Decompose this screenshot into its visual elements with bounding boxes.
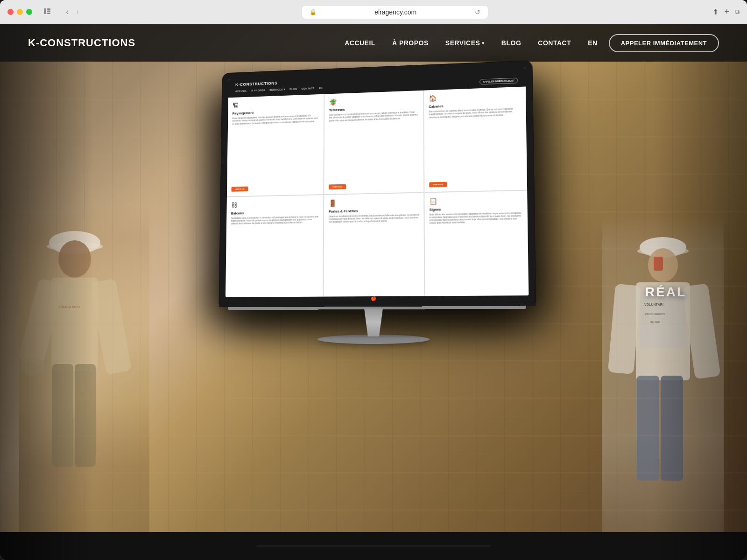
inner-nav-apropos[interactable]: À PROPOS [251,89,265,92]
svg-rect-1 [47,8,50,10]
hero-accent-text: RÉAL [645,285,686,300]
browser-titlebar: ‹ › 🔒 elragency.com ↺ ⬆ + ⧉ [0,0,747,24]
cta-call-button[interactable]: APPELER IMMÉDIATEMENT [609,34,719,52]
balcons-title: Balcons [231,210,319,215]
svg-rect-10 [52,364,73,467]
service-card-paysagement: 🏗 Paysagement Notre équipe de paysagiste… [227,94,324,196]
site-navigation: K-CONSTRUCTIONS ACCUEIL À PROPOS SERVICE… [0,24,747,62]
bottom-divider [257,546,490,546]
nav-services[interactable]: SERVICES [445,39,485,47]
nav-apropos[interactable]: À PROPOS [392,39,429,47]
sidebar-toggle[interactable] [40,6,55,19]
svg-text:VOLUNTÁRIO: VOLUNTÁRIO [58,305,80,308]
imac-screen-housing: K-CONSTRUCTIONS ACCUEIL À PROPOS SERVICE… [219,61,536,303]
nav-blog[interactable]: BLOG [501,39,521,47]
maximize-button[interactable] [26,9,32,15]
bottom-strip [0,532,747,560]
svg-point-6 [58,240,91,278]
hero-text-overlay: RÉAL [645,285,686,300]
svg-point-12 [21,357,44,376]
share-button[interactable]: ⬆ [712,7,719,16]
url-text: elragency.com [320,8,471,16]
paysagement-icon: 🏗 [233,99,319,109]
imac-neck [355,308,392,336]
lock-icon: 🔒 [310,9,317,15]
imac-screen: K-CONSTRUCTIONS ACCUEIL À PROPOS SERVICE… [226,67,529,297]
inner-website: K-CONSTRUCTIONS ACCUEIL À PROPOS SERVICE… [226,67,529,297]
svg-rect-23 [641,292,685,348]
balcons-desc: Spécialistes dans la conception, la réno… [231,216,319,226]
address-bar-container: 🔒 elragency.com ↺ [86,5,703,19]
inner-nav-services[interactable]: SERVICES ▾ [269,88,285,91]
balcons-icon: ⛓ [231,199,319,208]
nav-lang[interactable]: EN [588,39,597,47]
inner-nav-lang[interactable]: EN [319,87,323,90]
close-button[interactable] [7,9,14,15]
imac-monitor: K-CONSTRUCTIONS ACCUEIL À PROPOS SERVICE… [210,62,537,344]
forward-button[interactable]: › [74,5,81,19]
terrasses-btn[interactable]: Voir Plus [329,184,346,189]
worker-figure-right: VOLUNTÁRI PELO DIREITO DE SER [602,215,724,532]
nav-contact[interactable]: CONTACT [538,39,571,47]
traffic-lights [7,9,32,15]
service-card-portes: 🚪 Portes & Fenêtres Experts en installat… [324,193,424,297]
apple-logo: 🍎 [371,296,376,301]
reload-button[interactable]: ↺ [475,8,480,16]
svg-rect-22 [661,376,683,481]
browser-controls: ‹ › [64,5,81,19]
browser-actions: ⬆ + ⧉ [712,7,740,17]
service-card-cabanes: 🏠 Cabanes Nos constructions de cabanes a… [424,87,527,192]
site-logo: K-CONSTRUCTIONS [28,37,135,49]
svg-rect-17 [654,257,663,271]
inner-nav-blog[interactable]: BLOG [289,88,297,91]
monitor-container: K-CONSTRUCTIONS ACCUEIL À PROPOS SERVICE… [210,62,537,344]
services-grid: 🏗 Paysagement Notre équipe de paysagiste… [226,87,529,297]
svg-rect-2 [47,10,50,12]
signes-desc: Nous offrons des services de conception,… [430,211,523,225]
portes-icon: 🚪 [329,197,419,207]
service-card-balcons: ⛓ Balcons Spécialistes dans la conceptio… [226,195,323,297]
website-content: VOLUNTÁRIO [0,24,747,560]
back-button[interactable]: ‹ [64,5,70,19]
site-menu: ACCUEIL À PROPOS SERVICES BLOG CONTACT E… [345,39,598,47]
inner-nav-accueil[interactable]: ACCUEIL [235,90,247,93]
tabs-button[interactable]: ⧉ [735,8,740,16]
signes-title: Signes [430,205,523,211]
browser-window: ‹ › 🔒 elragency.com ↺ ⬆ + ⧉ [0,0,747,560]
cabanes-btn[interactable]: Voir Plus [429,182,447,187]
svg-rect-0 [44,8,46,14]
nav-accueil[interactable]: ACCUEIL [345,39,375,47]
paysagement-btn[interactable]: Voir Plus [231,186,248,191]
cabanes-desc: Nos constructions de cabanes alliant fon… [429,107,521,119]
inner-nav-contact[interactable]: CONTACT [302,87,314,90]
terrasses-desc: Avec conception et construction de terra… [329,111,419,123]
terrasses-icon: 🪴 [329,95,419,105]
minimize-button[interactable] [17,9,23,15]
new-tab-button[interactable]: + [724,7,729,17]
svg-text:PELO DIREITO: PELO DIREITO [645,313,665,315]
service-card-signes: 📋 Signes Nous offrons des services de co… [424,190,529,296]
signes-icon: 📋 [429,195,522,204]
portes-desc: Experts en installation de portes et fen… [329,214,419,224]
svg-rect-11 [75,364,96,467]
cabanes-icon: 🏠 [429,91,521,102]
paysagement-desc: Notre équipe de paysagistes crée des esp… [232,114,319,126]
svg-rect-3 [47,13,50,14]
svg-rect-21 [637,376,659,481]
worker-figure-left: VOLUNTÁRIO [19,205,149,532]
inner-cta-button[interactable]: APPELER IMMÉDIATEMENT [479,78,518,85]
portes-title: Portes & Fenêtres [329,208,419,214]
svg-text:DE SER: DE SER [650,321,661,323]
service-card-terrasses: 🪴 Terrasses Avec conception et construct… [324,91,423,194]
svg-text:VOLUNTÁRI: VOLUNTÁRI [644,302,663,306]
address-bar[interactable]: 🔒 elragency.com ↺ [302,5,488,19]
